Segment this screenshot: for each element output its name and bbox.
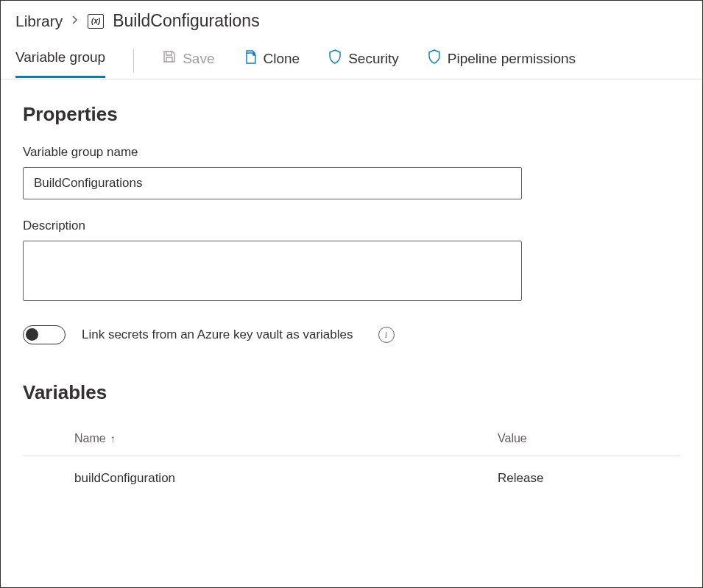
variable-group-icon: (x): [88, 14, 104, 29]
table-header: Name ↑ Value: [23, 425, 680, 456]
pipeline-permissions-button[interactable]: Pipeline permissions: [427, 49, 576, 79]
shield-icon: [427, 49, 442, 68]
variables-section: Variables Name ↑ Value buildConfiguratio…: [23, 381, 680, 500]
cell-value[interactable]: Release: [498, 471, 543, 486]
variables-table: Name ↑ Value buildConfiguration Release: [23, 425, 680, 500]
variables-heading: Variables: [23, 381, 680, 404]
column-value[interactable]: Value: [498, 432, 527, 445]
save-button: Save: [162, 49, 214, 78]
keyvault-toggle-row: Link secrets from an Azure key vault as …: [23, 325, 680, 344]
description-input[interactable]: [23, 241, 522, 301]
clone-button[interactable]: Clone: [243, 49, 300, 79]
cell-name[interactable]: buildConfiguration: [74, 471, 498, 486]
properties-heading: Properties: [23, 103, 680, 126]
column-name[interactable]: Name ↑: [74, 432, 498, 445]
info-icon[interactable]: i: [378, 327, 395, 343]
toggle-knob: [26, 328, 38, 341]
breadcrumb-root[interactable]: Library: [15, 13, 63, 30]
name-label: Variable group name: [23, 145, 680, 160]
table-row[interactable]: buildConfiguration Release: [23, 456, 680, 500]
content: Properties Variable group name Descripti…: [1, 79, 702, 524]
tab-variable-group[interactable]: Variable group: [15, 49, 105, 78]
shield-icon: [328, 49, 342, 68]
field-description: Description: [23, 219, 680, 303]
description-label: Description: [23, 219, 680, 233]
keyvault-toggle-label: Link secrets from an Azure key vault as …: [82, 327, 353, 342]
toolbar: Variable group Save Clone Security Pipel…: [1, 37, 702, 79]
name-input[interactable]: [23, 167, 522, 199]
field-name: Variable group name: [23, 145, 680, 199]
clone-icon: [243, 49, 258, 68]
chevron-right-icon: [71, 15, 79, 27]
keyvault-toggle[interactable]: [23, 325, 66, 344]
page-title: BuildConfigurations: [113, 11, 259, 31]
sort-ascending-icon: ↑: [110, 433, 116, 444]
save-icon: [162, 49, 177, 68]
divider: [133, 49, 134, 73]
breadcrumb: Library (x) BuildConfigurations: [1, 1, 702, 37]
security-button[interactable]: Security: [328, 49, 399, 79]
